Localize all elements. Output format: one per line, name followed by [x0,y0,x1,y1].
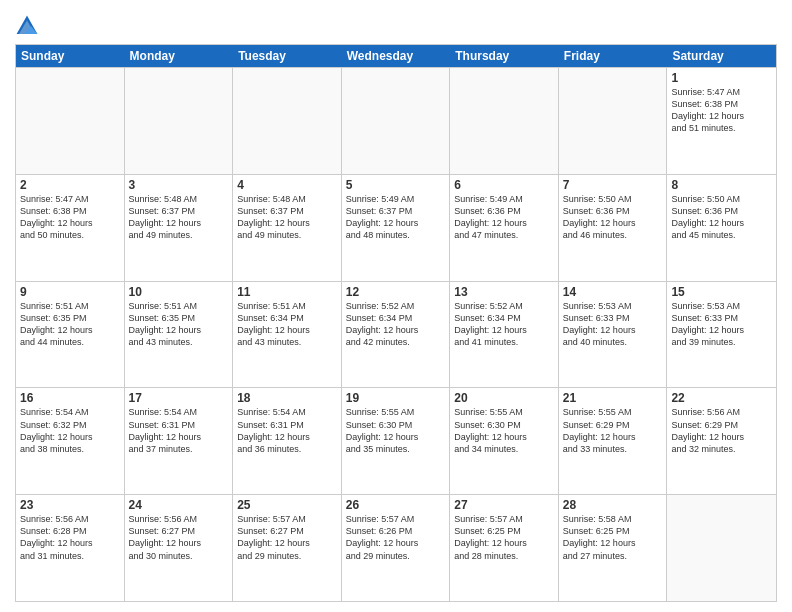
day-number: 23 [20,498,120,512]
day-info: Sunrise: 5:49 AM Sunset: 6:37 PM Dayligh… [346,193,446,242]
day-number: 10 [129,285,229,299]
calendar-cell: 27Sunrise: 5:57 AM Sunset: 6:25 PM Dayli… [450,495,559,601]
day-number: 18 [237,391,337,405]
calendar-cell: 16Sunrise: 5:54 AM Sunset: 6:32 PM Dayli… [16,388,125,494]
header [15,10,777,38]
day-number: 8 [671,178,772,192]
calendar-cell: 3Sunrise: 5:48 AM Sunset: 6:37 PM Daylig… [125,175,234,281]
day-info: Sunrise: 5:57 AM Sunset: 6:26 PM Dayligh… [346,513,446,562]
calendar-cell: 24Sunrise: 5:56 AM Sunset: 6:27 PM Dayli… [125,495,234,601]
day-info: Sunrise: 5:55 AM Sunset: 6:30 PM Dayligh… [454,406,554,455]
calendar-cell: 23Sunrise: 5:56 AM Sunset: 6:28 PM Dayli… [16,495,125,601]
day-number: 26 [346,498,446,512]
day-info: Sunrise: 5:51 AM Sunset: 6:35 PM Dayligh… [129,300,229,349]
calendar-header: SundayMondayTuesdayWednesdayThursdayFrid… [16,45,776,67]
day-number: 2 [20,178,120,192]
calendar-cell [125,68,234,174]
day-number: 4 [237,178,337,192]
day-info: Sunrise: 5:58 AM Sunset: 6:25 PM Dayligh… [563,513,663,562]
calendar-body: 1Sunrise: 5:47 AM Sunset: 6:38 PM Daylig… [16,67,776,601]
calendar-cell [233,68,342,174]
day-number: 1 [671,71,772,85]
calendar-cell [559,68,668,174]
calendar-cell [16,68,125,174]
calendar-cell: 9Sunrise: 5:51 AM Sunset: 6:35 PM Daylig… [16,282,125,388]
day-number: 5 [346,178,446,192]
calendar-cell: 2Sunrise: 5:47 AM Sunset: 6:38 PM Daylig… [16,175,125,281]
calendar-cell: 20Sunrise: 5:55 AM Sunset: 6:30 PM Dayli… [450,388,559,494]
calendar-cell: 12Sunrise: 5:52 AM Sunset: 6:34 PM Dayli… [342,282,451,388]
day-number: 14 [563,285,663,299]
day-info: Sunrise: 5:53 AM Sunset: 6:33 PM Dayligh… [671,300,772,349]
day-number: 17 [129,391,229,405]
day-number: 12 [346,285,446,299]
calendar-cell: 6Sunrise: 5:49 AM Sunset: 6:36 PM Daylig… [450,175,559,281]
day-info: Sunrise: 5:55 AM Sunset: 6:29 PM Dayligh… [563,406,663,455]
calendar-cell: 8Sunrise: 5:50 AM Sunset: 6:36 PM Daylig… [667,175,776,281]
day-info: Sunrise: 5:47 AM Sunset: 6:38 PM Dayligh… [671,86,772,135]
day-info: Sunrise: 5:57 AM Sunset: 6:27 PM Dayligh… [237,513,337,562]
calendar-cell: 15Sunrise: 5:53 AM Sunset: 6:33 PM Dayli… [667,282,776,388]
day-info: Sunrise: 5:50 AM Sunset: 6:36 PM Dayligh… [563,193,663,242]
day-number: 24 [129,498,229,512]
day-number: 6 [454,178,554,192]
day-info: Sunrise: 5:56 AM Sunset: 6:27 PM Dayligh… [129,513,229,562]
day-info: Sunrise: 5:47 AM Sunset: 6:38 PM Dayligh… [20,193,120,242]
day-number: 3 [129,178,229,192]
calendar-row-2: 2Sunrise: 5:47 AM Sunset: 6:38 PM Daylig… [16,174,776,281]
calendar-cell: 21Sunrise: 5:55 AM Sunset: 6:29 PM Dayli… [559,388,668,494]
header-cell-tuesday: Tuesday [233,45,342,67]
calendar-cell: 26Sunrise: 5:57 AM Sunset: 6:26 PM Dayli… [342,495,451,601]
day-number: 11 [237,285,337,299]
day-number: 28 [563,498,663,512]
day-info: Sunrise: 5:52 AM Sunset: 6:34 PM Dayligh… [346,300,446,349]
header-cell-thursday: Thursday [450,45,559,67]
day-info: Sunrise: 5:53 AM Sunset: 6:33 PM Dayligh… [563,300,663,349]
day-number: 22 [671,391,772,405]
day-info: Sunrise: 5:56 AM Sunset: 6:29 PM Dayligh… [671,406,772,455]
calendar-cell: 25Sunrise: 5:57 AM Sunset: 6:27 PM Dayli… [233,495,342,601]
day-info: Sunrise: 5:54 AM Sunset: 6:32 PM Dayligh… [20,406,120,455]
calendar-cell: 5Sunrise: 5:49 AM Sunset: 6:37 PM Daylig… [342,175,451,281]
header-cell-wednesday: Wednesday [342,45,451,67]
day-number: 27 [454,498,554,512]
day-info: Sunrise: 5:55 AM Sunset: 6:30 PM Dayligh… [346,406,446,455]
calendar: SundayMondayTuesdayWednesdayThursdayFrid… [15,44,777,602]
day-number: 16 [20,391,120,405]
calendar-row-5: 23Sunrise: 5:56 AM Sunset: 6:28 PM Dayli… [16,494,776,601]
calendar-cell: 18Sunrise: 5:54 AM Sunset: 6:31 PM Dayli… [233,388,342,494]
calendar-row-1: 1Sunrise: 5:47 AM Sunset: 6:38 PM Daylig… [16,67,776,174]
calendar-cell: 28Sunrise: 5:58 AM Sunset: 6:25 PM Dayli… [559,495,668,601]
calendar-cell: 22Sunrise: 5:56 AM Sunset: 6:29 PM Dayli… [667,388,776,494]
day-info: Sunrise: 5:48 AM Sunset: 6:37 PM Dayligh… [237,193,337,242]
day-info: Sunrise: 5:57 AM Sunset: 6:25 PM Dayligh… [454,513,554,562]
page: SundayMondayTuesdayWednesdayThursdayFrid… [0,0,792,612]
logo [15,14,41,38]
header-cell-monday: Monday [125,45,234,67]
calendar-row-3: 9Sunrise: 5:51 AM Sunset: 6:35 PM Daylig… [16,281,776,388]
calendar-cell: 1Sunrise: 5:47 AM Sunset: 6:38 PM Daylig… [667,68,776,174]
calendar-cell: 4Sunrise: 5:48 AM Sunset: 6:37 PM Daylig… [233,175,342,281]
day-number: 25 [237,498,337,512]
calendar-cell [450,68,559,174]
calendar-cell: 14Sunrise: 5:53 AM Sunset: 6:33 PM Dayli… [559,282,668,388]
day-number: 15 [671,285,772,299]
calendar-cell: 19Sunrise: 5:55 AM Sunset: 6:30 PM Dayli… [342,388,451,494]
day-info: Sunrise: 5:54 AM Sunset: 6:31 PM Dayligh… [129,406,229,455]
day-number: 13 [454,285,554,299]
day-number: 21 [563,391,663,405]
calendar-cell [342,68,451,174]
day-info: Sunrise: 5:48 AM Sunset: 6:37 PM Dayligh… [129,193,229,242]
day-info: Sunrise: 5:49 AM Sunset: 6:36 PM Dayligh… [454,193,554,242]
calendar-cell: 17Sunrise: 5:54 AM Sunset: 6:31 PM Dayli… [125,388,234,494]
header-cell-friday: Friday [559,45,668,67]
calendar-cell: 13Sunrise: 5:52 AM Sunset: 6:34 PM Dayli… [450,282,559,388]
day-info: Sunrise: 5:50 AM Sunset: 6:36 PM Dayligh… [671,193,772,242]
calendar-cell: 11Sunrise: 5:51 AM Sunset: 6:34 PM Dayli… [233,282,342,388]
day-info: Sunrise: 5:54 AM Sunset: 6:31 PM Dayligh… [237,406,337,455]
day-number: 20 [454,391,554,405]
calendar-cell: 7Sunrise: 5:50 AM Sunset: 6:36 PM Daylig… [559,175,668,281]
calendar-cell: 10Sunrise: 5:51 AM Sunset: 6:35 PM Dayli… [125,282,234,388]
day-info: Sunrise: 5:51 AM Sunset: 6:34 PM Dayligh… [237,300,337,349]
calendar-row-4: 16Sunrise: 5:54 AM Sunset: 6:32 PM Dayli… [16,387,776,494]
